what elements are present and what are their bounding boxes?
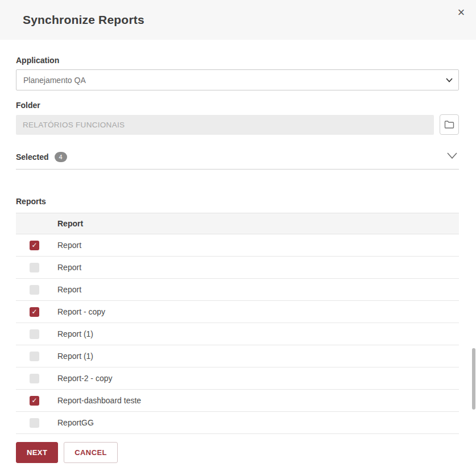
dialog-body: Application Planejamento QA Folder RELAT…: [0, 40, 476, 434]
checkbox-cell: ✓: [16, 307, 53, 317]
application-select[interactable]: Planejamento QA: [16, 69, 459, 90]
checkbox-unchecked-icon[interactable]: [30, 418, 39, 428]
report-name: Report (1): [53, 329, 93, 338]
checkbox-cell: [16, 352, 53, 361]
next-button[interactable]: NEXT: [16, 442, 58, 463]
folder-label: Folder: [16, 101, 459, 110]
table-row: Report: [16, 257, 459, 279]
checkbox-unchecked-icon[interactable]: [30, 374, 39, 383]
application-selected-value: Planejamento QA: [23, 76, 86, 85]
folder-input: RELATÓRIOS FUNCIONAIS: [16, 115, 434, 135]
checkbox-cell: [16, 285, 53, 295]
selected-label: Selected: [16, 152, 49, 162]
report-column-header: Report: [53, 219, 83, 228]
selected-section-toggle[interactable]: Selected 4: [16, 152, 459, 170]
report-name: Report - copy: [53, 307, 105, 316]
report-name: Report (1): [53, 352, 93, 361]
checkbox-cell: [16, 418, 53, 428]
reports-label: Reports: [16, 197, 459, 206]
reports-table: Report ✓ReportReportReport✓Report - copy…: [16, 213, 459, 434]
checkbox-cell: ✓: [16, 396, 53, 406]
checkbox-unchecked-icon[interactable]: [30, 352, 39, 361]
table-row: Report: [16, 279, 459, 301]
checkbox-checked-icon[interactable]: ✓: [30, 396, 39, 406]
chevron-down-icon: [446, 78, 453, 82]
folder-icon: [444, 120, 454, 129]
checkbox-cell: [16, 263, 53, 272]
checkbox-checked-icon[interactable]: ✓: [30, 307, 39, 317]
synchronize-reports-dialog: Synchronize Reports × Application Planej…: [0, 0, 476, 471]
selected-count-badge: 4: [55, 152, 67, 162]
report-name: Report-2 - copy: [53, 374, 112, 383]
chevron-down-icon[interactable]: [446, 152, 458, 160]
reports-table-body: ✓ReportReportReport✓Report - copyReport …: [16, 234, 459, 434]
report-name: Report: [53, 263, 81, 272]
checkbox-cell: ✓: [16, 241, 53, 250]
report-name: Report-dashboard teste: [53, 396, 141, 405]
reports-table-header: Report: [16, 213, 459, 234]
table-row: ✓Report - copy: [16, 301, 459, 323]
checkbox-unchecked-icon[interactable]: [30, 263, 39, 272]
dialog-title: Synchronize Reports: [23, 13, 144, 27]
report-name: Report: [53, 285, 81, 294]
vertical-scrollbar[interactable]: [472, 348, 475, 410]
table-row: Report (1): [16, 323, 459, 345]
table-row: Report (1): [16, 345, 459, 367]
table-row: Report-2 - copy: [16, 367, 459, 390]
report-name: ReportGG: [53, 418, 94, 427]
checkbox-unchecked-icon[interactable]: [30, 285, 39, 295]
application-label: Application: [16, 56, 459, 65]
dialog-footer: NEXT CANCEL: [16, 442, 118, 463]
folder-value: RELATÓRIOS FUNCIONAIS: [23, 121, 125, 129]
table-row: ReportGG: [16, 412, 459, 434]
cancel-button[interactable]: CANCEL: [64, 442, 118, 463]
checkbox-unchecked-icon[interactable]: [30, 329, 39, 339]
close-icon[interactable]: ×: [454, 6, 468, 19]
table-row: ✓Report-dashboard teste: [16, 390, 459, 412]
folder-row: RELATÓRIOS FUNCIONAIS: [16, 114, 459, 135]
report-name: Report: [53, 241, 81, 250]
dialog-header: Synchronize Reports ×: [0, 0, 476, 40]
checkbox-cell: [16, 329, 53, 339]
browse-folder-button[interactable]: [440, 114, 459, 135]
checkbox-cell: [16, 374, 53, 383]
checkbox-checked-icon[interactable]: ✓: [30, 241, 39, 250]
table-row: ✓Report: [16, 234, 459, 257]
